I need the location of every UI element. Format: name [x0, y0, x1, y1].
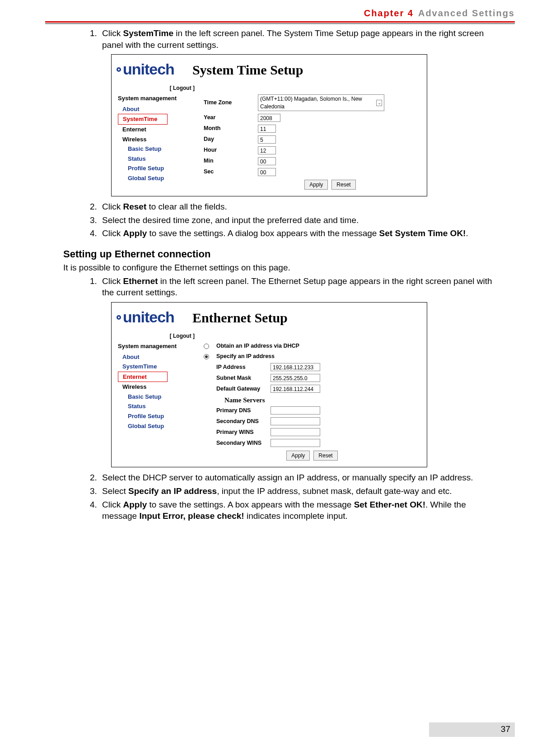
nav-about[interactable]: About	[118, 352, 190, 362]
name-servers-header: Name Servers	[224, 396, 420, 405]
pwins-label: Primary WINS	[216, 428, 266, 436]
year-label: Year	[204, 114, 253, 121]
apply-button[interactable]: Apply	[304, 180, 328, 190]
section2-steps: Click Ethernet in the left screen panel.…	[63, 275, 501, 522]
nav-systemtime[interactable]: SystemTime	[118, 114, 168, 125]
hour-input[interactable]: 12	[258, 146, 276, 154]
mask-input[interactable]: 255.255.255.0	[271, 374, 320, 382]
chevron-down-icon: ⌄	[376, 100, 382, 106]
timezone-select[interactable]: (GMT+11:00) Magadan, Solomon Is., New Ca…	[258, 94, 384, 111]
swins-label: Secondary WINS	[216, 439, 266, 447]
hour-label: Hour	[204, 146, 253, 154]
radio-dhcp[interactable]	[204, 344, 209, 349]
step-item: Click SystemTime in the left screen pane…	[99, 28, 501, 196]
ip-input[interactable]: 192.168.112.233	[271, 363, 320, 371]
ip-label: IP Address	[216, 363, 266, 371]
sdns-input[interactable]	[271, 417, 320, 425]
nav-header: System management	[118, 342, 190, 350]
nav-global-setup[interactable]: Global Setup	[118, 421, 190, 431]
pwins-input[interactable]	[271, 428, 320, 436]
gw-label: Default Gateway	[216, 385, 266, 393]
nav-status[interactable]: Status	[118, 401, 190, 411]
nav-status[interactable]: Status	[118, 154, 190, 164]
step-item: Select the desired time zone, and input …	[99, 214, 501, 226]
apply-button[interactable]: Apply	[286, 451, 310, 461]
year-input[interactable]: 2008	[258, 114, 280, 122]
sec-label: Sec	[204, 168, 253, 176]
brand-logo: unitech	[118, 307, 174, 328]
sec-input[interactable]: 00	[258, 168, 276, 176]
radio-static-label: Specify an IP address	[216, 353, 275, 360]
reset-button[interactable]: Reset	[313, 451, 337, 461]
timezone-label: Time Zone	[204, 99, 253, 107]
step-item: Click Reset to clear all the fields.	[99, 201, 501, 213]
brand-logo: unitech	[118, 59, 174, 80]
nav-about[interactable]: About	[118, 104, 190, 114]
nav-global-setup[interactable]: Global Setup	[118, 173, 190, 183]
nav-header: System management	[118, 94, 190, 102]
nav-enternet[interactable]: Enternet	[118, 125, 190, 135]
mask-label: Subnet Mask	[216, 374, 266, 382]
nav-basic-setup[interactable]: Basic Setup	[118, 392, 190, 402]
section1-steps: Click SystemTime in the left screen pane…	[63, 28, 501, 239]
step-item: Click Ethernet in the left screen panel.…	[99, 275, 501, 468]
nav-wireless[interactable]: Wireless	[118, 382, 190, 392]
section2-intro: It is possible to configure the Ethernet…	[63, 263, 501, 273]
month-input[interactable]: 11	[258, 125, 276, 133]
reset-button[interactable]: Reset	[331, 180, 355, 190]
step-item: Select the DHCP server to automatically …	[99, 472, 501, 484]
sdns-label: Secondary DNS	[216, 418, 266, 425]
month-label: Month	[204, 125, 253, 132]
min-label: Min	[204, 157, 253, 165]
radio-dhcp-label: Obtain an IP address via DHCP	[216, 342, 299, 350]
header-chapter: Chapter 4	[364, 8, 414, 19]
screenshot-title: Enthernet Setup	[192, 309, 288, 327]
screenshot-system-time: unitech System Time Setup [ Logout ] Sys…	[111, 54, 427, 196]
page-number: 37	[501, 724, 510, 734]
min-input[interactable]: 00	[258, 157, 276, 165]
swins-input[interactable]	[271, 439, 320, 447]
header-title: Advanced Settings	[418, 8, 515, 19]
nav-profile-setup[interactable]: Profile Setup	[118, 163, 190, 173]
screenshot-ethernet: unitech Enthernet Setup [ Logout ] Syste…	[111, 302, 427, 467]
logout-link[interactable]: [ Logout ]	[118, 332, 195, 340]
step-item: Click Apply to save the settings. A dial…	[99, 228, 501, 239]
pdns-label: Primary DNS	[216, 407, 266, 414]
thin-rule	[45, 23, 515, 24]
gw-input[interactable]: 192.168.112.244	[271, 385, 320, 393]
red-rule	[45, 21, 515, 23]
day-input[interactable]: 5	[258, 135, 276, 144]
radio-static[interactable]	[204, 354, 209, 359]
section2-heading: Setting up Ethernet connection	[63, 248, 501, 260]
screenshot-title: System Time Setup	[192, 61, 303, 79]
step-item: Click Apply to save the settings. A box …	[99, 499, 501, 522]
nav-systemtime[interactable]: SystemTime	[118, 362, 190, 372]
nav-enternet[interactable]: Enternet	[118, 372, 168, 382]
day-label: Day	[204, 135, 253, 143]
nav-basic-setup[interactable]: Basic Setup	[118, 144, 190, 154]
step-item: Select Specify an IP address, input the …	[99, 485, 501, 497]
pdns-input[interactable]	[271, 406, 320, 414]
nav-wireless[interactable]: Wireless	[118, 135, 190, 144]
logout-link[interactable]: [ Logout ]	[118, 84, 195, 92]
nav-profile-setup[interactable]: Profile Setup	[118, 411, 190, 421]
